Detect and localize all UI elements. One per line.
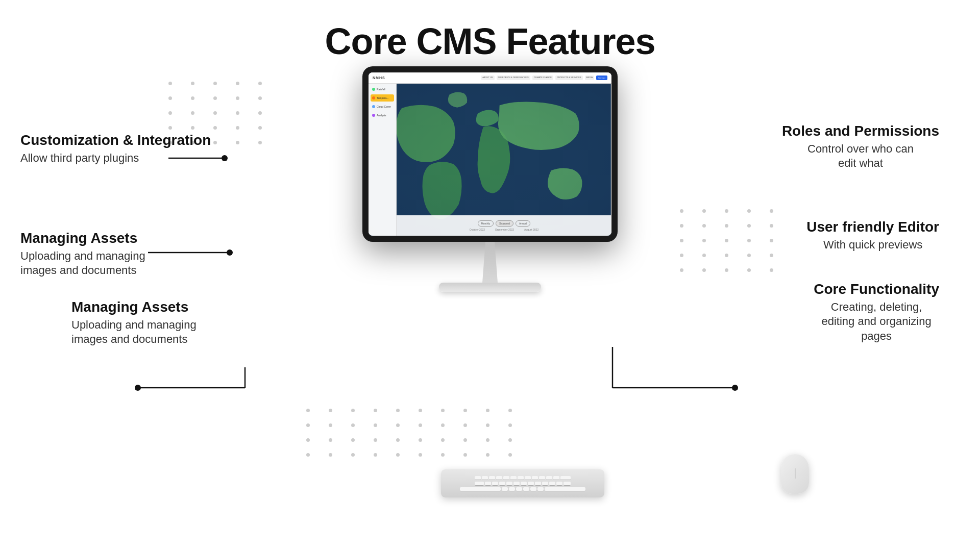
world-map [369,84,611,236]
core-desc: Creating, deleting, editing and organizi… [814,300,939,344]
sidebar-dot [372,96,375,99]
customization-desc: Allow third party plugins [20,151,211,166]
fake-website: NMHS ABOUT US FORECASTS & OBSERVATIONS C… [369,72,611,236]
fake-logo: NMHS [373,76,385,80]
keyboard-row-3 [446,487,599,491]
roles-feature: Roles and Permissions Control over who c… [782,122,939,171]
customization-feature: Customization & Integration Allow third … [20,132,211,165]
keyboard [441,469,604,497]
sidebar-dot [372,105,375,108]
svg-rect-15 [369,84,611,236]
svg-point-3 [227,249,233,256]
editor-feature: User friendly Editor With quick previews [806,218,939,252]
nav-media: MEDIA [585,76,595,80]
tab-seasonal: Seasonal [496,220,513,227]
customization-title: Customization & Integration [20,132,211,149]
dot-grid-bottom [306,409,520,457]
managing-assets-left-desc: Uploading and managing images and docume… [20,249,145,278]
sidebar-dot [372,114,375,117]
sidebar-cloudcover: Cloud Cover [371,103,394,110]
core-feature: Core Functionality Creating, deleting, e… [814,281,939,343]
sidebar-analysis: Analysis [371,112,394,119]
nav-products: PRODUCTS & SERVICES [555,76,583,80]
managing-assets-bottom-desc: Uploading and managing images and docume… [71,318,197,347]
fake-months: October 2022 September 2022 August 2022 [470,228,538,231]
fake-navbar: NMHS ABOUT US FORECASTS & OBSERVATIONS C… [369,72,611,84]
fake-map-area: Rainfall Tempera... Cloud Cover Ana [369,84,611,236]
monitor-base [439,283,541,292]
keyboard-row-2 [446,482,599,486]
monitor-stand [475,242,505,283]
fake-tabs: Monthly Seasonal Annual [478,220,531,227]
managing-assets-bottom-feature: Managing Assets Uploading and managing i… [71,298,197,347]
monitor-display: NMHS ABOUT US FORECASTS & OBSERVATIONS C… [369,72,611,236]
sidebar-temperature: Tempera... [371,94,394,102]
mouse-scroll-wheel [795,468,795,479]
dot-grid-right [680,209,781,272]
editor-desc: With quick previews [806,238,939,253]
fake-sidebar: Rainfall Tempera... Cloud Cover Ana [369,84,397,236]
editor-title: User friendly Editor [806,218,939,236]
tab-monthly: Monthly [478,220,494,227]
page-title: Core CMS Features [0,0,980,62]
sidebar-rainfall: Rainfall [371,86,394,93]
svg-point-1 [222,155,228,161]
monitor-screen-container: NMHS ABOUT US FORECASTS & OBSERVATIONS C… [362,66,618,242]
roles-desc: Control over who can edit what [782,142,939,171]
keyboard-row-1 [446,476,599,480]
nav-climate: CLIMATE CHANGE [532,76,553,80]
nav-contact: Contact [596,76,607,80]
mouse [781,454,809,494]
fake-nav-items: ABOUT US FORECASTS & OBSERVATIONS CLIMAT… [481,76,607,80]
svg-point-6 [135,385,141,391]
managing-assets-left-title: Managing Assets [20,230,145,247]
svg-point-13 [732,385,738,391]
tab-annual: Annual [516,220,531,227]
managing-assets-left-feature: Managing Assets Uploading and managing i… [20,230,145,278]
core-title: Core Functionality [814,281,939,298]
nav-about: ABOUT US [481,76,494,80]
monitor: NMHS ABOUT US FORECASTS & OBSERVATIONS C… [362,66,618,292]
roles-title: Roles and Permissions [782,122,939,140]
fake-timeline: Monthly Seasonal Annual October 2022 Sep… [397,215,611,236]
nav-forecasts: FORECASTS & OBSERVATIONS [497,76,530,80]
managing-assets-bottom-title: Managing Assets [71,298,197,316]
sidebar-dot [372,88,375,91]
